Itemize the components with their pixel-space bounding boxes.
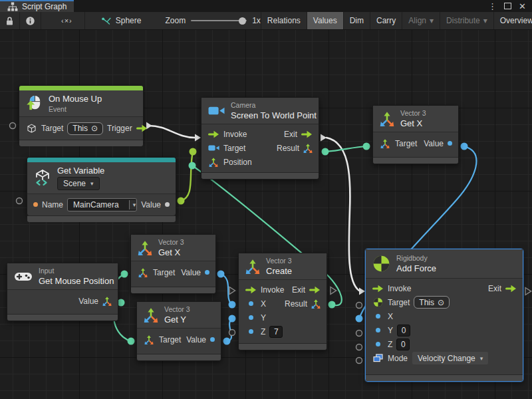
vector3-icon (380, 112, 394, 126)
mode-label: Mode (388, 354, 408, 363)
vector3-icon (207, 158, 219, 167)
trigger-label: Trigger (107, 124, 132, 133)
node-category: Vector 3 (266, 257, 292, 265)
tab-script-graph[interactable]: Script Graph (0, 0, 74, 12)
name-label: Name (42, 200, 63, 209)
zoom-slider[interactable] (191, 20, 247, 21)
align-dropdown[interactable]: Align▾ (402, 12, 440, 29)
graph-breadcrumb[interactable]: Sphere (94, 12, 148, 29)
flow-arrow-icon (505, 285, 517, 293)
tab-title: Script Graph (22, 2, 66, 11)
flow-arrow-icon (245, 286, 257, 294)
variable-color-bar (27, 158, 176, 162)
vector3-icon (137, 268, 149, 277)
zoom-slider-handle[interactable] (239, 17, 246, 25)
code-view-button[interactable]: ‹×› (49, 12, 85, 29)
rigidbody-icon (372, 255, 390, 273)
vector3-icon (311, 299, 321, 309)
node-title: Add Force (396, 263, 436, 274)
node-category: Vector 3 (400, 109, 426, 118)
node-screen-to-world-point[interactable]: Camera Screen To World Point Invoke Exit… (201, 97, 319, 180)
vector3-icon (245, 259, 260, 274)
node-footer (137, 354, 221, 360)
rigidbody-small-icon (372, 297, 384, 307)
y-value-field[interactable]: 0 (397, 325, 410, 336)
variable-name-dropdown[interactable]: MainCamera▾ (67, 198, 137, 211)
lock-button[interactable] (0, 12, 20, 29)
float-port-dot (448, 141, 452, 146)
flow-arrow-icon (309, 286, 321, 294)
info-button[interactable] (20, 12, 41, 29)
target-label: Target (153, 268, 175, 277)
position-label: Position (223, 158, 252, 167)
z-value-field[interactable]: 7 (269, 326, 283, 338)
menu-icon[interactable]: ⋮ (488, 2, 497, 11)
tab-bar: Script Graph ⋮ ✕ (0, 0, 532, 12)
gamepad-icon (14, 271, 33, 283)
node-footer (201, 172, 319, 179)
close-icon[interactable]: ✕ (519, 2, 526, 11)
target-label: Target (41, 124, 63, 133)
target-self-button[interactable]: This⊙ (414, 296, 450, 309)
node-on-mouse-up[interactable]: On Mouse Up Event Target This⊙ Trigger (19, 85, 144, 142)
node-footer (27, 215, 176, 222)
node-add-force[interactable]: Rigidbody Add Force Invoke Exit Target T… (365, 249, 523, 382)
dim-button[interactable]: Dim (343, 12, 370, 29)
node-title: Create (266, 266, 292, 277)
distribute-dropdown[interactable]: Distribute▾ (440, 12, 493, 29)
chevron-down-icon: ▾ (480, 355, 483, 362)
x-label: X (388, 312, 393, 321)
maximize-icon[interactable] (504, 3, 511, 9)
node-title: Get Mouse Position (39, 276, 114, 287)
node-vector3-get-x-mid[interactable]: Vector 3 Get X Target Value (130, 234, 216, 294)
node-get-mouse-position[interactable]: Input Get Mouse Position Value (7, 263, 118, 321)
script-graph-window: Script Graph ⋮ ✕ ‹×› Sphere Zoom 1x Rela… (0, 0, 532, 399)
value-label: Value (186, 335, 206, 344)
z-label: Z (388, 340, 392, 349)
code-icon: ‹×› (61, 17, 72, 25)
target-label: Target (388, 298, 410, 307)
result-label: Result (285, 299, 307, 309)
zoom-control: Zoom 1x (165, 12, 260, 29)
node-category: Camera (231, 101, 317, 110)
invoke-label: Invoke (223, 130, 247, 139)
node-get-variable[interactable]: Get Variable Scene▾ Name MainCamera▾ Val… (27, 157, 176, 216)
window-controls: ⋮ ✕ (488, 0, 532, 12)
node-vector3-get-y[interactable]: Vector 3 Get Y Target Value (136, 301, 221, 361)
node-category: Rigidbody (396, 254, 436, 263)
overview-button[interactable]: Overview (493, 12, 532, 29)
y-label: Y (388, 326, 393, 335)
info-icon (25, 16, 35, 26)
values-button[interactable]: Values (307, 12, 343, 29)
flow-arrow-icon (301, 130, 313, 138)
target-label: Target (159, 335, 181, 344)
vector3-icon (303, 144, 313, 153)
vector3-icon (379, 139, 391, 148)
chevron-down-icon: ▾ (133, 201, 136, 208)
target-icon: ⊙ (438, 298, 444, 307)
camera-icon (208, 104, 225, 117)
vector3-icon (138, 241, 152, 255)
carry-button[interactable]: Carry (370, 12, 402, 29)
flow-arrow-icon (136, 124, 148, 132)
target-label: Target (395, 139, 417, 148)
node-title: Get X (158, 247, 184, 258)
relations-button[interactable]: Relations (261, 12, 307, 29)
node-vector3-get-x-top[interactable]: Vector 3 Get X Target Value (372, 105, 459, 164)
chevron-down-icon: ▾ (90, 180, 94, 187)
value-label: Value (424, 139, 444, 148)
value-label: Value (181, 268, 201, 277)
node-vector3-create[interactable]: Vector 3 Create Invoke Exit X Result Y (238, 253, 327, 350)
node-footer (366, 374, 523, 381)
mode-dropdown[interactable]: Velocity Change▾ (412, 351, 489, 365)
float-port-dot (376, 328, 380, 332)
graph-asset-icon (101, 17, 112, 25)
toolbar-toggles: Relations Values Dim Carry Align▾ Distri… (261, 12, 532, 29)
exit-label: Exit (488, 284, 501, 293)
target-self-button[interactable]: This⊙ (67, 122, 103, 135)
z-value-field[interactable]: 0 (396, 338, 410, 350)
invoke-label: Invoke (388, 284, 411, 293)
variable-kind-dropdown[interactable]: Scene▾ (57, 177, 100, 190)
float-port-dot (249, 329, 253, 334)
zoom-value: 1x (252, 16, 261, 25)
